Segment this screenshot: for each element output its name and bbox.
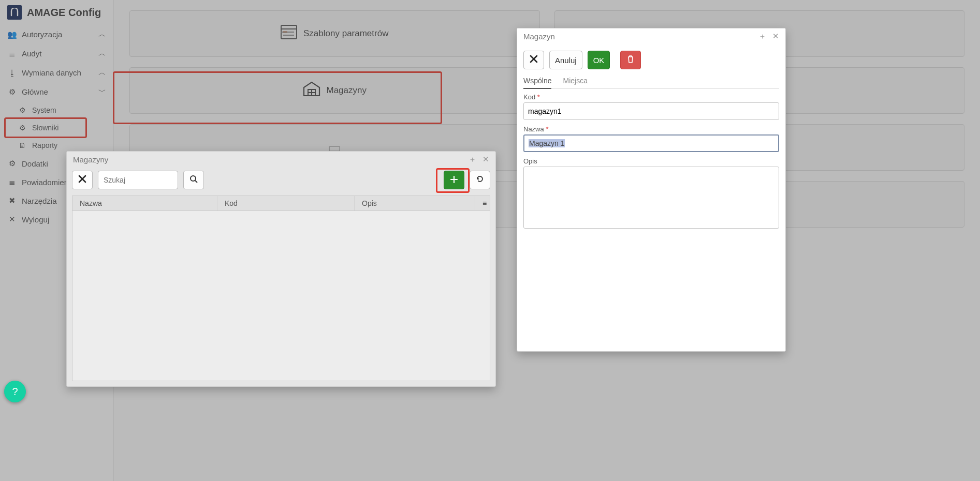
table-col-opis[interactable]: Opis [355, 196, 475, 211]
label-kod: Kod * [523, 93, 779, 101]
table-col-nazwa[interactable]: Nazwa [72, 196, 217, 211]
plus-icon[interactable]: ＋ [758, 32, 766, 41]
add-button[interactable] [444, 171, 464, 189]
nazwa-input[interactable]: Magazyn 1 [523, 134, 779, 152]
label-opis: Opis [523, 157, 779, 165]
table-col-menu[interactable]: ≡ [475, 196, 490, 211]
opis-textarea[interactable] [523, 167, 779, 229]
plus-icon [450, 175, 458, 186]
dialog-header[interactable]: Magazyn ＋ ✕ [517, 28, 785, 44]
refresh-icon [476, 175, 484, 186]
tab-miejsca[interactable]: Miejsca [563, 74, 587, 88]
search-input[interactable] [98, 171, 178, 189]
cancel-button[interactable]: Anuluj [549, 51, 582, 69]
label-nazwa: Nazwa * [523, 125, 779, 133]
x-icon [78, 175, 86, 186]
table-body [72, 211, 490, 381]
tab-wspolne[interactable]: Wspólne [523, 74, 551, 89]
plus-icon[interactable]: ＋ [469, 155, 476, 164]
svg-line-9 [195, 181, 197, 183]
kod-input[interactable] [523, 102, 779, 120]
close-button[interactable] [523, 51, 544, 69]
question-icon: ? [12, 386, 18, 398]
trash-icon [627, 55, 634, 66]
x-icon [530, 55, 538, 66]
svg-point-8 [191, 176, 196, 181]
form-tabs: Wspólne Miejsca [523, 74, 779, 89]
help-fab[interactable]: ? [4, 381, 26, 402]
dialog-title: Magazyny [73, 155, 108, 164]
dialog-header[interactable]: Magazyny ＋ ✕ [67, 152, 495, 168]
ok-button[interactable]: OK [588, 51, 610, 69]
search-icon [189, 175, 198, 186]
dialog-title: Magazyn [523, 32, 555, 41]
form-action-bar: Anuluj OK [523, 50, 779, 74]
close-icon[interactable]: ✕ [772, 32, 779, 41]
refresh-button[interactable] [470, 171, 490, 189]
table-col-kod[interactable]: Kod [217, 196, 355, 211]
close-button[interactable] [72, 171, 93, 189]
close-icon[interactable]: ✕ [482, 155, 489, 164]
table-header: Nazwa Kod Opis ≡ [72, 196, 490, 211]
delete-button[interactable] [620, 51, 641, 69]
dialog-magazyny-list: Magazyny ＋ ✕ Nazwa Kod Opis [66, 151, 496, 387]
search-button[interactable] [183, 171, 204, 189]
list-toolbar [72, 171, 490, 189]
dialog-magazyn-form: Magazyn ＋ ✕ Anuluj OK Wspólne Miejsca Ko… [517, 28, 786, 352]
